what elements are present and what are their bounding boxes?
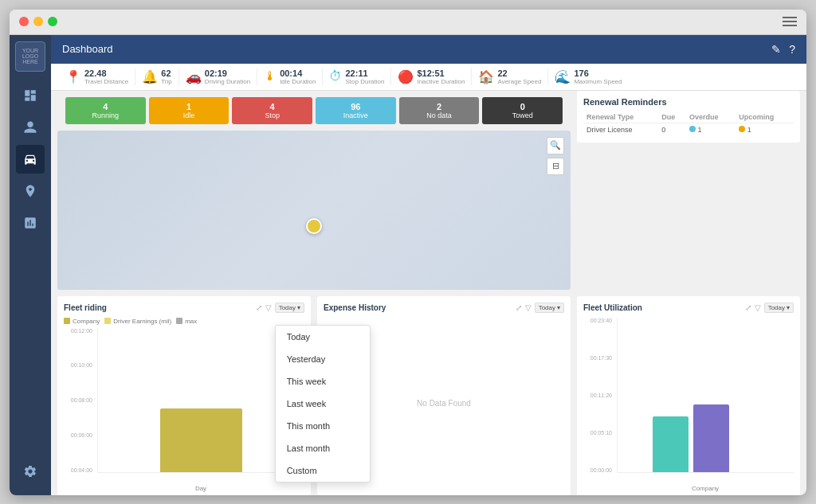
fleet-util-controls: ⤢ ▽ Today ▾	[745, 303, 794, 313]
col-due: Due	[658, 111, 686, 123]
close-button[interactable]	[19, 17, 29, 26]
table-row: Driver License 0 1 1	[583, 123, 794, 136]
map-marker	[306, 218, 322, 234]
main-content: Dashboard ✎ ? 📍 22.48 Travel Distance 🔔	[51, 35, 806, 495]
idle-icon: 🌡	[264, 69, 277, 84]
top-bar-actions: ✎ ?	[771, 43, 795, 56]
max-speed-icon: 🌊	[555, 69, 571, 84]
dropdown-today[interactable]: Today	[276, 326, 370, 348]
help-icon[interactable]: ?	[789, 43, 795, 56]
edit-icon[interactable]: ✎	[771, 43, 781, 56]
stat-travel-distance: 📍 22.48 Travel Distance	[59, 68, 135, 85]
sidebar-item-dashboard[interactable]	[16, 81, 45, 110]
dropdown-custom[interactable]: Custom	[276, 459, 370, 482]
driving-icon: 🚗	[186, 69, 202, 84]
fleet-riding-date-badge[interactable]: Today ▾	[275, 303, 304, 313]
inactive-value: $12:51	[417, 68, 465, 78]
fleet-riding-controls: ⤢ ▽ Today ▾ Today Yesterday	[256, 303, 304, 313]
dropdown-last-month[interactable]: Last month	[276, 437, 370, 459]
dropdown-last-week[interactable]: Last week	[276, 393, 370, 415]
expense-expand[interactable]: ⤢	[516, 303, 522, 312]
right-panel: Renewal Reminders Renewal Type Due Overd…	[577, 91, 800, 290]
dropdown-yesterday[interactable]: Yesterday	[276, 348, 370, 370]
legend-max-dot	[176, 318, 182, 324]
fleet-util-date-badge[interactable]: Today ▾	[764, 303, 794, 313]
app-logo: YOURLOGOHERE	[15, 41, 45, 72]
fleet-util-filter[interactable]: ▽	[755, 303, 761, 312]
util-y-2: 00:05:10	[583, 430, 615, 436]
fleet-riding-filter[interactable]: ▽	[265, 303, 272, 312]
page-title: Dashboard	[62, 43, 113, 55]
reminders-section: Renewal Reminders Renewal Type Due Overd…	[577, 91, 800, 143]
stat-driving: 🚗 02:19 Driving Duration	[179, 68, 257, 85]
legend-max: max	[176, 318, 197, 325]
nodata-button[interactable]: 2No data	[399, 97, 480, 124]
fleet-util-title: Fleet Utilization	[583, 303, 642, 312]
towed-button[interactable]: 0Towed	[482, 97, 563, 124]
dropdown-this-month[interactable]: This month	[276, 415, 370, 437]
expense-date-badge[interactable]: Today ▾	[535, 303, 564, 313]
bar-purple	[693, 404, 729, 472]
sidebar-item-settings[interactable]	[16, 457, 45, 486]
dropdown-this-week[interactable]: This week	[276, 370, 370, 393]
legend-company-dot	[64, 318, 70, 324]
max-speed-value: 176	[574, 68, 622, 78]
trip-value: 62	[161, 68, 171, 78]
upcoming-dot	[739, 126, 745, 132]
map-zoom-out[interactable]: ⊟	[547, 158, 564, 175]
legend-company-label: Company	[73, 318, 100, 325]
reminders-table: Renewal Type Due Overdue Upcoming Driver…	[583, 111, 794, 136]
y-label-2: 00:06:00	[64, 432, 96, 438]
fleet-riding-date-trigger[interactable]: Today ▾ Today Yesterday This week Last w…	[275, 303, 304, 313]
fleet-riding-dropdown: Today Yesterday This week Last week This…	[275, 325, 371, 483]
expense-arrow: ▾	[557, 304, 560, 311]
menu-icon[interactable]	[783, 17, 797, 26]
inactive-button[interactable]: 96Inactive	[316, 97, 396, 124]
map-zoom-in[interactable]: 🔍	[547, 137, 564, 154]
sidebar-item-users[interactable]	[16, 113, 45, 142]
util-y-4: 00:17:30	[583, 355, 615, 361]
expense-title: Expense History	[324, 303, 386, 312]
inactive-icon: 🔴	[398, 69, 414, 84]
driving-value: 02:19	[205, 68, 250, 78]
util-y-5: 00:23:40	[583, 318, 615, 323]
fleet-util-header: Fleet Utilization ⤢ ▽ Today ▾	[583, 303, 794, 313]
legend-earnings-label: Driver Earnings (mil)	[113, 318, 171, 325]
fleet-util-card: Fleet Utilization ⤢ ▽ Today ▾	[577, 296, 800, 495]
stop-button[interactable]: 4Stop	[232, 97, 312, 124]
expense-date-label: Today	[539, 304, 555, 311]
bar-teal	[653, 416, 688, 472]
travel-label: Travel Distance	[84, 78, 128, 85]
sidebar-item-reports[interactable]	[16, 209, 45, 237]
stat-idle: 🌡 00:14 Idle Duration	[257, 68, 323, 85]
fleet-riding-arrow: ▾	[297, 304, 300, 311]
app-window: YOURLOGOHERE Dash	[10, 10, 806, 495]
legend-earnings-dot	[104, 318, 111, 324]
trip-icon: 🔔	[142, 69, 158, 84]
fleet-riding-expand[interactable]: ⤢	[256, 303, 262, 312]
col-type: Renewal Type	[583, 111, 658, 123]
sidebar-item-vehicles[interactable]	[16, 145, 45, 174]
map-background	[57, 131, 571, 290]
renewal-type: Driver License	[583, 123, 658, 136]
idle-button[interactable]: 1Idle	[149, 97, 230, 124]
renewal-due: 0	[658, 123, 686, 136]
stat-avg-speed: 🏠 22 Average Speed	[472, 68, 548, 85]
sidebar-item-location[interactable]	[16, 177, 45, 205]
stat-max-speed: 🌊 176 Maximum Speed	[548, 68, 628, 85]
travel-value: 22.48	[84, 68, 128, 78]
running-button[interactable]: 4Running	[65, 97, 146, 124]
expense-filter[interactable]: ▽	[525, 303, 532, 312]
fleet-util-expand[interactable]: ⤢	[745, 303, 751, 312]
idle-label: Idle Duration	[280, 78, 316, 85]
renewal-upcoming: 1	[736, 123, 794, 136]
fleet-util-arrow: ▾	[787, 304, 790, 311]
maximize-button[interactable]	[48, 17, 57, 26]
sidebar: YOURLOGOHERE	[10, 35, 51, 495]
minimize-button[interactable]	[33, 17, 43, 26]
y-label-1: 00:04:00	[64, 467, 96, 473]
app-body: YOURLOGOHERE Dash	[10, 35, 806, 495]
stat-inactive: 🔴 $12:51 Inactive Duration	[391, 68, 472, 85]
traffic-lights	[19, 17, 57, 26]
trip-label: Trip	[161, 78, 171, 85]
